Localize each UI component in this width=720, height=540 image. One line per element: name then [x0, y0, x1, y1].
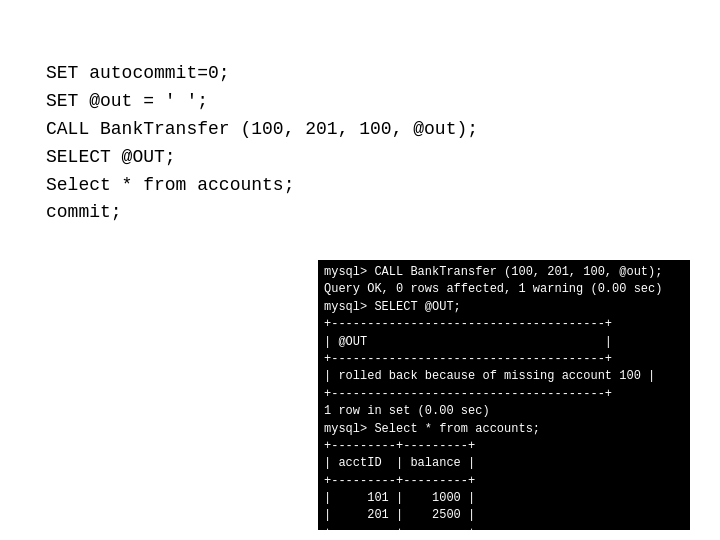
code-area: SET autocommit=0; SET @out = ' '; CALL B… [0, 0, 720, 227]
terminal-line-5: +--------------------------------------+ [324, 316, 684, 333]
code-line-4: SELECT @OUT; [46, 144, 720, 172]
code-line-2: SET @out = ' '; [46, 88, 720, 116]
terminal-line-15: +---------+---------+ [324, 473, 684, 490]
terminal-line-18: +---------+---------+ [324, 525, 684, 530]
terminal-line-16: | 101 | 1000 | [324, 490, 684, 507]
terminal-line-4: mysql> SELECT @OUT; [324, 299, 684, 316]
terminal-line-14: | acctID | balance | [324, 455, 684, 472]
terminal-line-7: +--------------------------------------+ [324, 351, 684, 368]
terminal-output: mysql> CALL BankTransfer (100, 201, 100,… [318, 260, 690, 530]
terminal-line-1: mysql> CALL BankTransfer (100, 201, 100,… [324, 264, 684, 281]
terminal-line-17: | 201 | 2500 | [324, 507, 684, 524]
terminal-line-13: +---------+---------+ [324, 438, 684, 455]
terminal-line-9: +--------------------------------------+ [324, 386, 684, 403]
terminal-line-8: | rolled back because of missing account… [324, 368, 684, 385]
terminal-line-2: Query OK, 0 rows affected, 1 warning (0.… [324, 281, 684, 298]
code-line-3: CALL BankTransfer (100, 201, 100, @out); [46, 116, 720, 144]
code-line-1: SET autocommit=0; [46, 60, 720, 88]
terminal-line-12: mysql> Select * from accounts; [324, 421, 684, 438]
terminal-line-10: 1 row in set (0.00 sec) [324, 403, 684, 420]
terminal-line-6: | @OUT | [324, 334, 684, 351]
code-line-6: commit; [46, 199, 720, 227]
code-line-5: Select * from accounts; [46, 172, 720, 200]
